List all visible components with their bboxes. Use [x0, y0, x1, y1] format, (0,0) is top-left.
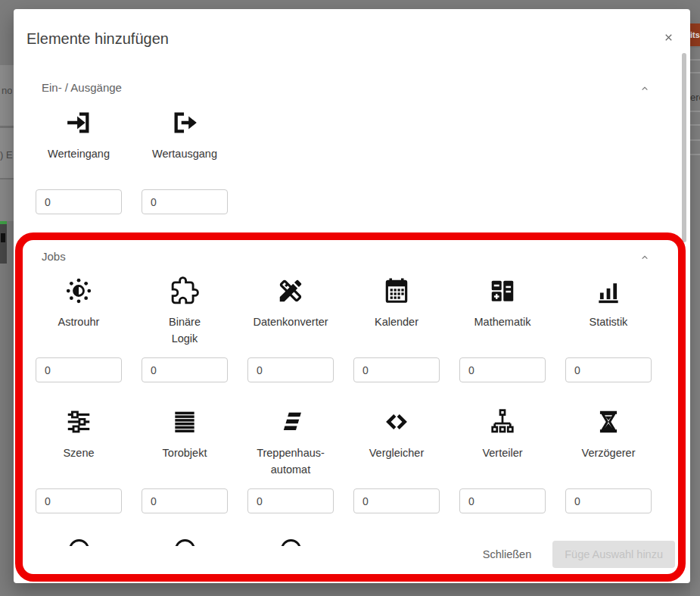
- element-label: Verzögerer: [565, 445, 652, 479]
- code-icon: [353, 405, 440, 438]
- element-label: Werteingang: [36, 145, 122, 180]
- element-label: Mathematik: [459, 314, 546, 348]
- element-card: Vergleicher: [353, 405, 440, 513]
- jobs-items-grid: Astrouhr BinäreLogik Datenkonverter Kale…: [36, 274, 656, 513]
- element-count-input[interactable]: [353, 357, 440, 382]
- background-row: [0, 179, 14, 221]
- value-input-icon: [36, 106, 122, 139]
- value-output-icon: [142, 106, 228, 139]
- element-count-input[interactable]: [459, 488, 546, 513]
- element-count-input[interactable]: [353, 488, 440, 513]
- section-header-io: Ein- / Ausgänge: [42, 81, 122, 94]
- close-dialog-button[interactable]: Schließen: [469, 541, 545, 568]
- element-count-input[interactable]: [142, 488, 228, 513]
- element-card: Verzögerer: [565, 405, 652, 513]
- io-items-grid: Werteingang Wertausgang: [36, 106, 656, 214]
- element-card: Wertausgang: [142, 106, 228, 214]
- element-count-input[interactable]: [36, 189, 122, 214]
- element-card: Torobjekt: [142, 405, 228, 513]
- element-card: Statistik: [565, 274, 652, 382]
- partial-row: [36, 539, 334, 546]
- background-divider: [690, 154, 700, 155]
- element-label: Kalender: [353, 314, 440, 348]
- background-row: ) E: [0, 128, 14, 178]
- element-count-input[interactable]: [36, 488, 122, 513]
- bar-chart-icon: [565, 274, 652, 307]
- element-count-input[interactable]: [36, 357, 122, 382]
- element-label: Datenkonverter: [247, 314, 334, 348]
- background-row: ere: [690, 48, 700, 596]
- element-label: Statistik: [565, 314, 652, 348]
- astro-clock-icon: [36, 274, 122, 307]
- calculator-icon: [459, 274, 546, 307]
- element-card: Datenkonverter: [247, 274, 334, 382]
- close-icon[interactable]: [661, 30, 675, 44]
- gate-icon: [142, 405, 228, 438]
- element-count-input[interactable]: [459, 357, 546, 382]
- clock-arc-icon: [281, 539, 301, 546]
- background-orange-button-label: its: [690, 30, 700, 39]
- element-count-input[interactable]: [142, 357, 228, 382]
- element-label: Verteiler: [459, 445, 546, 479]
- background-divider: [690, 59, 700, 61]
- section-header-jobs: Jobs: [42, 250, 66, 263]
- chevron-up-icon[interactable]: [639, 251, 651, 264]
- element-card: Astrouhr: [36, 274, 122, 382]
- element-card: Verteiler: [459, 405, 546, 513]
- background-orange-button: its: [690, 23, 700, 46]
- background-row: no: [0, 65, 14, 126]
- element-label: Torobjekt: [142, 445, 228, 479]
- add-selection-button[interactable]: Füge Auswahl hinzu: [552, 541, 675, 568]
- dialog-footer: Schließen Füge Auswahl hinzu: [469, 541, 675, 568]
- puzzle-icon: [142, 274, 228, 307]
- element-card: Kalender: [353, 274, 440, 382]
- element-label: Wertausgang: [142, 145, 228, 180]
- element-card: BinäreLogik: [142, 274, 228, 382]
- element-label: Szene: [36, 445, 122, 479]
- background-text-fragment: no: [2, 85, 12, 96]
- background-divider: [690, 124, 700, 126]
- background-divider: [690, 72, 700, 73]
- element-count-input[interactable]: [565, 488, 652, 513]
- add-elements-dialog: Elemente hinzufügen Ein- / Ausgänge Wert…: [14, 9, 690, 583]
- background-text-fragment: ) E: [0, 149, 13, 161]
- clock-arc-icon: [175, 539, 195, 546]
- clock-arc-icon: [69, 539, 89, 546]
- dialog-scrollbar[interactable]: [682, 53, 686, 242]
- element-card: Werteingang: [36, 106, 122, 214]
- partially-visible-clock-icon: [36, 539, 122, 546]
- element-label: Treppenhaus-automat: [247, 445, 334, 479]
- chevron-up-icon[interactable]: [639, 83, 651, 95]
- element-count-input[interactable]: [565, 357, 652, 382]
- tree-icon: [459, 405, 546, 438]
- element-card: Szene: [36, 405, 122, 513]
- calendar-icon: [353, 274, 440, 307]
- hourglass-icon: [565, 405, 652, 438]
- stairs-icon: [247, 405, 334, 438]
- partially-visible-clock-icon: [142, 539, 228, 546]
- element-card: Mathematik: [459, 274, 546, 382]
- element-card: Treppenhaus-automat: [247, 405, 334, 513]
- design-services-icon: [247, 274, 334, 307]
- element-count-input[interactable]: [142, 189, 228, 214]
- partially-visible-clock-icon: [247, 539, 334, 546]
- background-node-fragment: [0, 221, 7, 264]
- dialog-title: Elemente hinzufügen: [26, 30, 169, 48]
- element-count-input[interactable]: [247, 488, 334, 513]
- background-node-mark: [1, 233, 5, 242]
- tune-icon: [36, 405, 122, 438]
- element-label: Astrouhr: [36, 314, 122, 348]
- element-label: Vergleicher: [353, 445, 440, 479]
- background-text-fragment: ere: [690, 92, 700, 103]
- element-label: BinäreLogik: [142, 314, 228, 348]
- background-divider: [690, 139, 700, 141]
- background-divider: [690, 111, 700, 112]
- element-count-input[interactable]: [247, 357, 334, 382]
